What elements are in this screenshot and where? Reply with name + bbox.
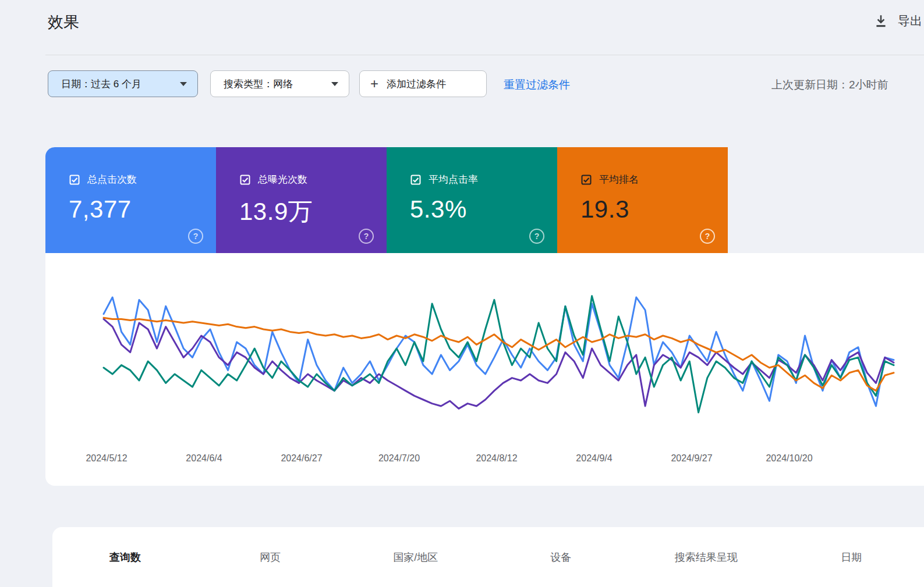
help-icon[interactable]: ? <box>188 229 203 244</box>
x-axis: 2024/5/122024/6/42024/6/272024/7/202024/… <box>45 453 924 467</box>
header-divider <box>45 55 924 55</box>
tab-queries[interactable]: 查询数 <box>52 547 198 568</box>
tab-countries[interactable]: 国家/地区 <box>343 547 488 568</box>
add-filter-button[interactable]: + 添加过滤条件 <box>359 70 487 97</box>
checkbox-checked-icon[interactable] <box>69 174 80 186</box>
series-line-2 <box>104 296 894 412</box>
tab-dates[interactable]: 日期 <box>779 547 924 568</box>
checkbox-checked-icon[interactable] <box>580 174 592 186</box>
search-type-label: 搜索类型：网络 <box>224 77 293 91</box>
metric-label: 平均点击率 <box>429 173 478 186</box>
x-axis-label: 2024/6/27 <box>281 453 322 464</box>
tab-pages[interactable]: 网页 <box>198 547 344 568</box>
chart-lines <box>45 253 924 486</box>
series-line-1 <box>104 319 894 408</box>
metric-card-clicks[interactable]: 总点击次数 7,377 ? <box>45 147 216 253</box>
tab-search-appearance[interactable]: 搜索结果呈现 <box>633 547 779 568</box>
metric-value: 19.3 <box>580 195 728 223</box>
metric-value: 5.3% <box>410 195 557 223</box>
performance-chart[interactable]: 2024/5/122024/6/42024/6/272024/7/202024/… <box>45 253 924 486</box>
metric-label: 总曝光次数 <box>258 173 307 186</box>
series-line-0 <box>104 297 894 406</box>
x-axis-label: 2024/6/4 <box>186 453 222 464</box>
help-icon[interactable]: ? <box>529 229 544 244</box>
metric-card-impressions[interactable]: 总曝光次数 13.9万 ? <box>216 147 387 253</box>
metric-label: 平均排名 <box>599 173 639 186</box>
date-filter-chip[interactable]: 日期：过去 6 个月 <box>48 70 198 97</box>
add-filter-label: 添加过滤条件 <box>387 77 446 91</box>
help-icon[interactable]: ? <box>359 229 374 244</box>
checkbox-checked-icon[interactable] <box>410 174 422 186</box>
x-axis-label: 2024/8/12 <box>476 453 517 464</box>
x-axis-label: 2024/9/27 <box>671 453 712 464</box>
metric-card-position[interactable]: 平均排名 19.3 ? <box>557 147 728 253</box>
page-title: 效果 <box>48 12 79 33</box>
metric-label: 总点击次数 <box>87 173 137 186</box>
metric-value: 7,377 <box>69 195 216 223</box>
search-type-filter-chip[interactable]: 搜索类型：网络 <box>210 70 349 97</box>
help-icon[interactable]: ? <box>700 229 715 244</box>
tab-devices[interactable]: 设备 <box>488 547 634 568</box>
checkbox-checked-icon[interactable] <box>239 174 251 186</box>
export-label: 导出 <box>898 13 922 29</box>
metric-cards-row: 总点击次数 7,377 ? 总曝光次数 13.9万 ? 平均点击率 5.3% ? <box>45 147 728 253</box>
plus-icon: + <box>370 77 378 91</box>
download-icon <box>873 13 888 29</box>
export-button[interactable]: 导出 <box>873 13 924 29</box>
x-axis-label: 2024/9/4 <box>576 453 612 464</box>
reset-filters-link[interactable]: 重置过滤条件 <box>504 77 570 93</box>
chevron-down-icon <box>180 82 187 86</box>
series-line-3 <box>104 318 894 390</box>
dimensions-panel: 查询数 网页 国家/地区 设备 搜索结果呈现 日期 <box>52 527 924 587</box>
dimension-tabs: 查询数 网页 国家/地区 设备 搜索结果呈现 日期 <box>52 527 924 568</box>
metric-value: 13.9万 <box>239 195 387 228</box>
x-axis-label: 2024/10/20 <box>766 453 812 464</box>
chevron-down-icon <box>331 82 338 86</box>
last-updated-text: 上次更新日期：2小时前 <box>771 77 924 93</box>
date-filter-label: 日期：过去 6 个月 <box>61 77 141 91</box>
metric-card-ctr[interactable]: 平均点击率 5.3% ? <box>387 147 557 253</box>
x-axis-label: 2024/7/20 <box>378 453 420 464</box>
x-axis-label: 2024/5/12 <box>86 453 127 464</box>
